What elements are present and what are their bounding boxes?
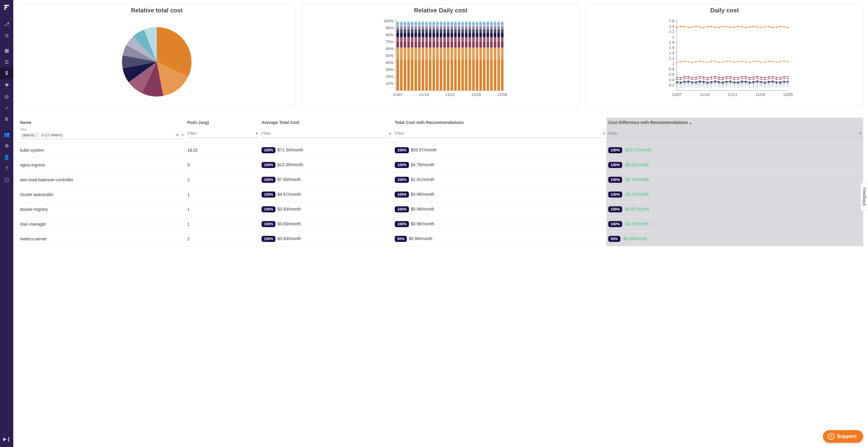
cost-value: $7.65/month [277,177,301,182]
pct-badge: 100% [608,221,622,227]
svg-rect-264 [479,21,482,23]
clear-filter-icon[interactable]: ⊗ [176,132,179,137]
table-row[interactable]: docker-registry1100%$3.83/month100%$0.96… [18,202,863,217]
svg-rect-227 [468,42,471,47]
svg-text:11/14: 11/14 [419,92,429,97]
svg-rect-282 [487,25,489,27]
collapse-icon[interactable]: ▶❙ [0,433,13,445]
filter-dropdown[interactable]: aws-ia...(+12 others)⊗▾ [20,131,184,139]
svg-rect-213 [462,23,464,25]
svg-rect-238 [472,37,474,42]
column-header[interactable]: Name [18,117,185,127]
cost-value: $4.67/month [277,192,301,197]
settings-icon[interactable]: ⚙ [0,140,13,151]
pct-badge: 100% [608,147,622,153]
filter-dropdown[interactable]: Filter▾ [261,129,392,138]
team-icon[interactable]: 👥 [0,129,13,140]
svg-rect-42 [400,25,403,27]
svg-rect-130 [433,30,435,33]
help-icon[interactable]: ? [0,163,13,174]
svg-rect-197 [458,42,460,47]
cost-icon[interactable]: $ [0,68,13,79]
svg-rect-158 [443,37,446,42]
column-header[interactable]: Cost Difference with Recommendations▲ [607,117,863,127]
servers-icon[interactable]: ≣ [0,30,13,41]
svg-rect-138 [436,37,438,42]
svg-rect-128 [433,37,435,42]
svg-rect-172 [447,25,450,27]
list-icon[interactable]: ☰ [0,56,13,68]
svg-rect-316 [501,47,503,59]
policy-icon[interactable]: ✓ [0,102,13,113]
svg-rect-35 [400,60,403,91]
branches-icon[interactable]: ⎇ [0,18,13,30]
support-button[interactable]: ? Support [823,430,863,443]
svg-text:2.2: 2.2 [669,29,674,34]
svg-rect-273 [483,23,485,25]
svg-rect-184 [451,21,453,23]
table-row[interactable]: cluster-autoscaler1100%$4.67/month100%$0… [18,187,863,202]
svg-rect-304 [494,21,496,23]
svg-rect-200 [458,30,460,33]
svg-rect-28 [397,37,399,42]
table-row[interactable]: rbac-manager1100%$3.83/month100%$0.96/mo… [18,217,863,232]
svg-rect-255 [479,60,482,91]
diff-value: -$2.87/month [624,221,649,226]
svg-rect-202 [458,25,460,27]
addons-icon[interactable]: ✚ [0,79,13,91]
svg-rect-253 [476,23,478,25]
filter-placeholder: Filter [187,131,196,136]
pie-chart-title: Relative total cost [22,7,292,14]
svg-rect-296 [494,47,496,59]
svg-rect-245 [476,60,478,91]
dashboard-icon[interactable]: ▦ [0,45,13,56]
column-header[interactable]: Pods (avg) [185,117,260,127]
svg-rect-312 [497,25,500,27]
target-icon[interactable]: ◎ [0,91,13,102]
svg-rect-154 [440,21,442,23]
svg-rect-83 [414,23,417,25]
cost-value: $0.96/month [411,207,434,211]
svg-rect-217 [465,42,467,47]
svg-rect-134 [433,21,435,23]
svg-rect-209 [462,33,464,37]
svg-rect-119 [429,33,431,37]
svg-rect-29 [397,33,399,37]
table-row[interactable]: kube-system18.02100%$71.34/month100%$55.… [18,143,863,158]
svg-rect-268 [483,37,485,42]
table-row[interactable]: aws-load-balancer-controller2100%$7.65/m… [18,173,863,187]
svg-rect-112 [425,25,428,27]
filter-dropdown[interactable]: Filter▾ [187,129,258,138]
svg-rect-36 [400,47,403,59]
info-icon[interactable]: ⓘ [0,174,13,186]
svg-rect-101 [422,27,424,29]
filter-dropdown[interactable]: Filter▾ [395,129,604,138]
filter-dropdown[interactable]: Filter▾ [608,129,861,138]
report-icon[interactable]: 🗎 [0,113,13,125]
feedback-tab[interactable]: Feedback [861,183,868,210]
pct-badge: 100% [395,162,409,168]
table-row[interactable]: nginx-ingress5100%$13.39/month100%$4.78/… [18,158,863,173]
svg-rect-151 [440,27,442,29]
pods-value: 1 [187,192,190,197]
line-chart-title: Daily cost [589,7,860,14]
table-row[interactable]: metrics-server2100%$3.83/month50%$0.96/m… [18,232,863,246]
column-header[interactable]: Total Cost with Recommendations [393,117,606,127]
svg-rect-289 [490,33,493,37]
svg-rect-65 [411,60,413,91]
svg-rect-247 [476,42,478,47]
svg-rect-115 [429,60,431,91]
svg-text:0.2: 0.2 [669,83,674,87]
column-header[interactable]: Average Total Cost [260,117,393,127]
line-chart: 0.20.40.60.811.21.41.61.822.22.42.611/07… [589,15,860,103]
workload-name: aws-load-balancer-controller [20,177,73,182]
svg-rect-286 [490,47,493,59]
svg-rect-235 [472,60,474,91]
svg-rect-53 [404,23,406,25]
user-icon[interactable]: 👤 [0,151,13,163]
pods-value: 1 [187,207,190,212]
svg-rect-297 [494,42,496,47]
svg-rect-153 [440,23,442,25]
svg-rect-125 [433,60,435,91]
filter-chip[interactable]: aws-ia... [20,133,39,138]
